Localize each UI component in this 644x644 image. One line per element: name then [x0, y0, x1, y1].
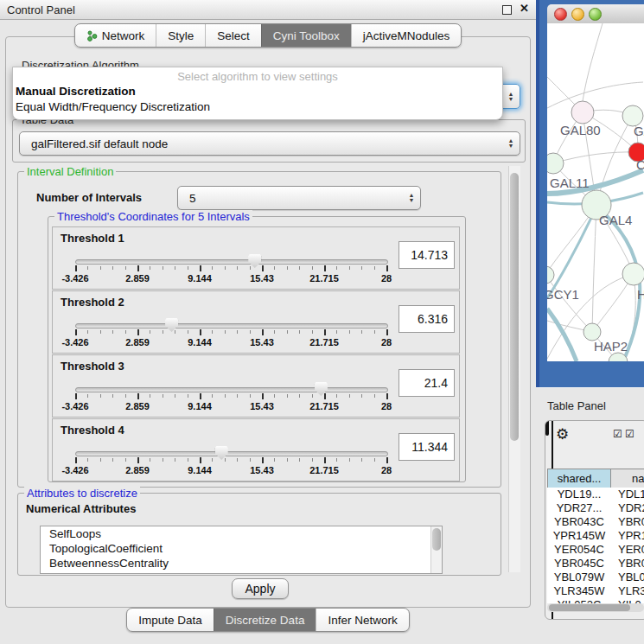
attribute-list-item[interactable]: BetweennessCentrality	[41, 556, 442, 571]
column-header-shared-[interactable]: shared...	[547, 469, 611, 488]
threshold-4-slider-thumb[interactable]	[215, 446, 228, 460]
float-icon[interactable]	[502, 5, 512, 15]
table-row[interactable]: YDR27...YDR2	[547, 501, 644, 515]
network-node-GCY1[interactable]	[547, 266, 554, 284]
tick-mark	[112, 330, 113, 334]
tick-mark	[225, 458, 226, 462]
table-row[interactable]: YPR145WYPR1	[547, 529, 644, 543]
tab-label: Discretize Data	[226, 614, 305, 627]
network-edge[interactable]	[547, 309, 577, 361]
cell-shared-name: YLR345W	[547, 584, 611, 598]
threshold-2-value-field[interactable]: 6.316	[399, 305, 455, 333]
tab-select[interactable]: Select	[205, 24, 261, 47]
table-horizontal-scrollbar[interactable]	[547, 603, 644, 612]
table-row[interactable]: YBL079WYBL0	[547, 571, 644, 584]
threshold-4-value-field[interactable]: 11.344	[399, 433, 455, 461]
network-edge[interactable]	[553, 152, 638, 163]
gear-icon[interactable]: ⚙	[556, 425, 569, 443]
tick-mark	[262, 393, 264, 399]
network-edge[interactable]	[583, 23, 603, 101]
threshold-2-slider-thumb[interactable]	[165, 318, 178, 332]
network-node-HAP2[interactable]	[583, 323, 601, 341]
top-tab-bar: NetworkStyleSelectCyni ToolboxjActiveMNo…	[0, 23, 536, 48]
content-scrollbar-thumb[interactable]	[510, 173, 519, 441]
table-row[interactable]: YBR045CYBR0	[547, 557, 644, 571]
zoom-traffic-light[interactable]	[589, 8, 602, 21]
attributes-listbox: SelfLoopsTopologicalCoefficientBetweenne…	[40, 526, 443, 574]
tick-mark	[250, 458, 251, 462]
network-edge[interactable]	[547, 207, 596, 298]
attribute-list-item[interactable]: SelfLoops	[41, 526, 442, 541]
tick-mark	[349, 330, 350, 334]
tick-mark	[150, 394, 150, 398]
minimize-traffic-light[interactable]	[571, 8, 584, 21]
tab-label: jActiveMNodules	[363, 29, 450, 42]
network-node-GAL80[interactable]	[571, 101, 594, 124]
tab-cyni-toolbox[interactable]: Cyni Toolbox	[261, 24, 351, 47]
table-row[interactable]: YBR043CYBR0	[547, 515, 644, 529]
attributes-scrollbar-thumb[interactable]	[432, 528, 441, 551]
tab-label: Impute Data	[138, 614, 202, 627]
tick-label: 2.859	[125, 465, 150, 475]
attributes-scrollbar[interactable]	[430, 526, 442, 573]
tick-mark	[287, 458, 288, 462]
checkbox-icon[interactable]: ☑	[613, 428, 622, 440]
numerical-attributes-label: Numerical Attributes	[26, 502, 136, 515]
algorithm-option-manual-discretization[interactable]: Manual Discretization	[16, 85, 136, 98]
network-window-frame: GAL80GACGAL11GAL4GCY1HHAP2	[536, 0, 644, 387]
network-node-node-right-mid[interactable]	[622, 263, 644, 285]
close-icon[interactable]: ✕	[520, 2, 529, 15]
tab-jactivemnodules[interactable]: jActiveMNodules	[351, 24, 462, 47]
tick-mark	[237, 330, 238, 334]
bottom-tab-bar: Impute DataDiscretize DataInfer Network	[0, 608, 536, 632]
tick-mark	[100, 458, 101, 462]
tab-infer-network[interactable]: Infer Network	[316, 609, 408, 631]
network-canvas[interactable]: GAL80GACGAL11GAL4GCY1HHAP2	[547, 23, 644, 361]
threshold-panel-3: Threshold 3-3.4262.8599.14415.4321.71528…	[52, 354, 460, 418]
network-window-titlebar[interactable]	[547, 4, 644, 24]
content-scrollbar[interactable]	[508, 166, 520, 572]
split-view-icon[interactable]	[545, 420, 549, 436]
column-header-na[interactable]: na	[611, 469, 644, 488]
network-edge[interactable]	[547, 82, 643, 108]
tick-mark	[324, 393, 326, 399]
checkbox-icon[interactable]: ☑	[625, 428, 634, 440]
tab-style[interactable]: Style	[156, 24, 205, 47]
threshold-4-slider-track[interactable]	[75, 451, 388, 456]
threshold-1-slider-track[interactable]	[75, 259, 388, 265]
threshold-2-slider-track[interactable]	[75, 323, 388, 328]
close-traffic-light[interactable]	[554, 8, 567, 21]
algorithm-popup: Select algorithm to view settings Manual…	[12, 67, 503, 120]
threshold-3-value-field[interactable]: 21.4	[399, 369, 455, 397]
cell-shared-name: YBR045C	[547, 557, 611, 571]
tick-mark	[87, 458, 88, 462]
threshold-1-value-field[interactable]: 14.713	[399, 241, 455, 269]
table-row[interactable]: YER054CYER0	[547, 543, 644, 557]
network-node-GAL11[interactable]	[547, 153, 564, 174]
table-data-combobox[interactable]: galFiltered.sif default node ▲▼	[19, 131, 520, 156]
tab-discretize-data[interactable]: Discretize Data	[214, 609, 316, 631]
tick-label: 9.144	[188, 401, 212, 411]
threshold-panel-4: Threshold 4-3.4262.8599.14415.4321.71528…	[52, 418, 460, 481]
tick-mark	[336, 330, 337, 334]
tick-mark	[312, 266, 313, 270]
tick-mark	[324, 265, 326, 271]
cell-shared-name: YBL079W	[547, 571, 611, 584]
attribute-list-item[interactable]: TopologicalCoefficient	[41, 541, 442, 556]
tab-network[interactable]: Network	[75, 24, 156, 47]
tick-mark	[75, 329, 77, 335]
tab-impute-data[interactable]: Impute Data	[127, 609, 214, 631]
table-row[interactable]: YDL19...YDL1	[547, 488, 644, 501]
threshold-3-slider-track[interactable]	[75, 387, 388, 392]
tab-label: Network	[102, 29, 145, 42]
table-row[interactable]: YLR345WYLR3	[547, 584, 644, 598]
table-horizontal-scrollbar-thumb[interactable]	[549, 604, 630, 611]
tick-mark	[112, 394, 113, 398]
tick-mark	[237, 458, 238, 462]
number-of-intervals-combobox[interactable]: 5 ▲▼	[177, 186, 421, 210]
network-edge[interactable]	[592, 205, 596, 332]
apply-button[interactable]: Apply	[232, 578, 289, 599]
cell-shared-name: YBR043C	[547, 515, 611, 529]
algorithm-option-equal-width-frequency-discretization[interactable]: Equal Width/Frequency Discretization	[16, 100, 210, 113]
tick-mark	[175, 266, 175, 270]
